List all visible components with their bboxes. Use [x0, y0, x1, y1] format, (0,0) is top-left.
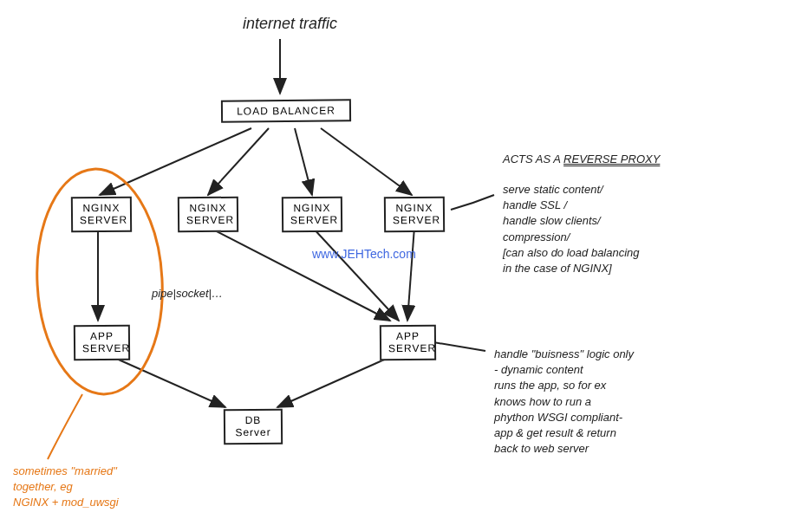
reverse-proxy-title: ACTS AS A REVERSE PROXY	[503, 152, 660, 167]
svg-line-10	[113, 357, 225, 407]
reverse-proxy-body: serve static content/ handle SSL / handl…	[503, 182, 772, 276]
load-balancer-node: LOAD BALANCER	[221, 99, 351, 123]
app-server-1: APP SERVER	[74, 325, 130, 360]
title-label: internet traffic	[243, 13, 337, 35]
svg-line-3	[208, 128, 269, 195]
nginx-server-1: NGINX SERVER	[71, 197, 132, 232]
app-server-annotation: handle "buisness" logic only - dynamic c…	[494, 347, 772, 457]
app-server-2: APP SERVER	[380, 325, 436, 360]
svg-line-8	[312, 227, 399, 321]
db-server: DB Server	[224, 409, 283, 444]
married-annotation: sometimes "married" together, eg NGINX +…	[13, 464, 119, 511]
svg-line-5	[321, 128, 412, 195]
watermark: www.JEHTech.com	[312, 247, 416, 261]
nginx-server-4: NGINX SERVER	[384, 197, 445, 232]
svg-line-2	[100, 128, 251, 195]
svg-line-11	[277, 357, 390, 407]
nginx-server-2: NGINX SERVER	[178, 197, 238, 232]
nginx-server-3: NGINX SERVER	[282, 197, 342, 232]
svg-line-9	[407, 227, 414, 321]
edge-label-pipe-socket: pipe|socket|…	[152, 286, 223, 302]
svg-line-7	[208, 227, 390, 321]
svg-line-4	[295, 128, 312, 195]
